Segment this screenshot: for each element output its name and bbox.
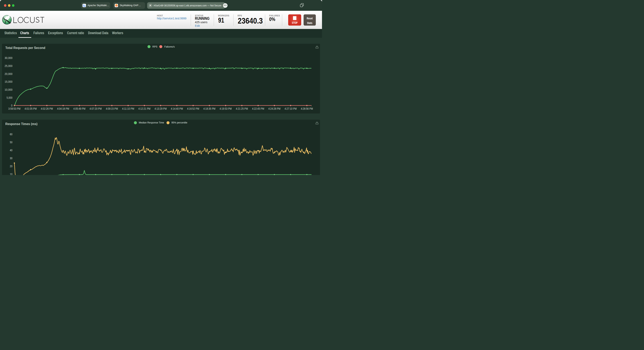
svg-text:50: 50 <box>10 141 12 144</box>
svg-text:30,000: 30,000 <box>4 56 12 59</box>
svg-text:40: 40 <box>10 149 12 152</box>
svg-text:20: 20 <box>10 165 12 168</box>
svg-text:15,000: 15,000 <box>4 80 12 83</box>
svg-text:30: 30 <box>10 157 12 160</box>
svg-text:w: w <box>84 5 86 7</box>
svg-text:4:07:20 PM: 4:07:20 PM <box>90 107 102 110</box>
svg-text:10: 10 <box>10 173 12 175</box>
svg-text:60: 60 <box>10 133 12 136</box>
svg-text:5,000: 5,000 <box>6 96 12 99</box>
svg-text:4:22:45 PM: 4:22:45 PM <box>252 107 264 110</box>
svg-text:4:21:25 PM: 4:21:25 PM <box>236 107 248 110</box>
svg-text:4:09:15 PM: 4:09:15 PM <box>106 107 118 110</box>
svg-text:20,000: 20,000 <box>4 72 12 75</box>
svg-text:4:13:29 PM: 4:13:29 PM <box>154 107 167 110</box>
svg-text:4:12:21 PM: 4:12:21 PM <box>138 107 150 110</box>
svg-text:4:24:28 PM: 4:24:28 PM <box>268 107 280 110</box>
svg-text:4:16:52 PM: 4:16:52 PM <box>187 107 199 110</box>
svg-text:4:02:26 PM: 4:02:26 PM <box>41 107 53 110</box>
svg-text:4:01:05 PM: 4:01:05 PM <box>24 107 37 110</box>
svg-text:4:05:49 PM: 4:05:49 PM <box>73 107 86 110</box>
svg-text:4:11:10 PM: 4:11:10 PM <box>122 107 134 110</box>
svg-text:25,000: 25,000 <box>4 64 12 67</box>
svg-text:10,000: 10,000 <box>4 88 12 91</box>
svg-text:0: 0 <box>11 104 12 107</box>
svg-text:4:19:53 PM: 4:19:53 PM <box>220 107 232 110</box>
svg-text:4:04:18 PM: 4:04:18 PM <box>57 107 69 110</box>
svg-text:3:59:53 PM: 3:59:53 PM <box>8 107 20 110</box>
svg-text:4:27:10 PM: 4:27:10 PM <box>284 107 297 110</box>
svg-text:4:28:56 PM: 4:28:56 PM <box>301 107 313 110</box>
svg-text:4:14:40 PM: 4:14:40 PM <box>171 107 183 110</box>
svg-text:4:18:35 PM: 4:18:35 PM <box>203 107 216 110</box>
